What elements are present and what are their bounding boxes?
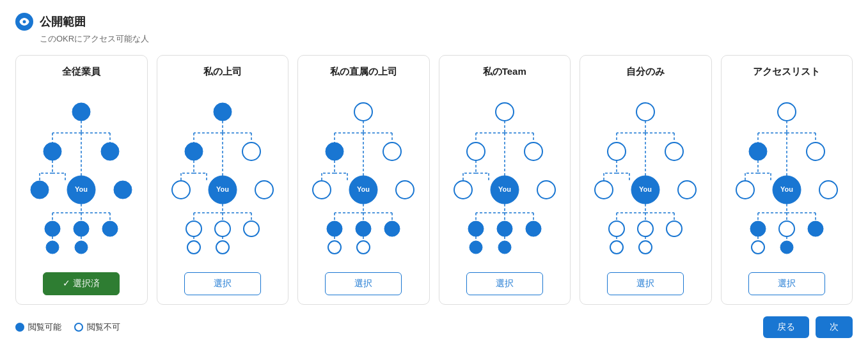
svg-point-135	[608, 143, 626, 160]
select-button-my-boss[interactable]: 選択	[184, 272, 261, 295]
legend-item-empty: 閲覧不可	[74, 321, 120, 333]
footer: 閲覧可能 閲覧不可 戻る 次	[15, 309, 853, 347]
select-button-all-employees[interactable]: ✓ 選択済	[43, 272, 120, 295]
svg-point-71	[326, 143, 343, 160]
svg-point-115	[537, 181, 555, 199]
svg-point-80	[313, 181, 331, 199]
svg-point-168	[807, 143, 825, 160]
svg-point-179	[819, 181, 837, 199]
tree-self-only: You	[591, 86, 700, 263]
tree-my-team: You	[450, 86, 559, 263]
card-access-list: アクセスリスト	[721, 55, 853, 305]
legend-dot-empty	[74, 323, 83, 332]
select-button-self-only[interactable]: 選択	[607, 272, 684, 295]
svg-point-136	[665, 143, 683, 160]
legend-label-filled: 閲覧可能	[28, 321, 61, 333]
svg-point-188	[808, 221, 823, 236]
svg-point-122	[468, 221, 484, 236]
svg-point-128	[498, 241, 511, 254]
svg-point-156	[667, 221, 682, 236]
svg-point-40	[242, 143, 260, 160]
svg-point-60	[244, 221, 259, 236]
svg-point-64	[216, 241, 229, 254]
svg-point-123	[497, 221, 512, 236]
svg-point-16	[31, 181, 49, 199]
svg-point-1	[72, 103, 90, 121]
card-title-my-team: 私のTeam	[483, 66, 526, 78]
legend-item-filled: 閲覧可能	[15, 321, 61, 333]
svg-point-192	[780, 241, 793, 254]
card-title-my-boss: 私の上司	[203, 66, 242, 78]
svg-point-39	[185, 143, 203, 160]
svg-point-59	[215, 221, 230, 236]
svg-text:You: You	[498, 185, 511, 193]
card-title-self-only: 自分のみ	[626, 66, 665, 78]
svg-point-161	[778, 103, 796, 121]
legend: 閲覧可能 閲覧不可	[15, 321, 120, 333]
svg-text:You: You	[357, 185, 370, 193]
svg-point-33	[214, 103, 232, 121]
legend-dot-filled	[15, 323, 24, 332]
svg-point-187	[779, 221, 794, 236]
svg-point-186	[750, 221, 766, 236]
svg-point-155	[638, 221, 653, 236]
page-subtitle: このOKRにアクセス可能な人	[40, 33, 853, 45]
svg-point-90	[327, 221, 342, 236]
svg-point-27	[74, 221, 89, 236]
back-button[interactable]: 戻る	[763, 316, 809, 338]
tree-my-boss: You	[168, 86, 277, 263]
tree-access-list: You	[732, 86, 841, 263]
svg-point-0	[23, 20, 26, 24]
card-title-direct-boss: 私の直属の上司	[330, 66, 397, 78]
select-button-access-list[interactable]: 選択	[748, 272, 825, 295]
card-all-employees: 全従業員	[15, 55, 148, 305]
svg-point-19	[114, 181, 132, 199]
svg-point-91	[356, 221, 371, 236]
svg-point-127	[470, 241, 482, 254]
svg-point-32	[75, 241, 88, 254]
svg-point-92	[384, 221, 400, 236]
eye-icon	[15, 13, 33, 31]
card-my-team: 私のTeam	[439, 55, 571, 305]
svg-point-72	[383, 143, 401, 160]
svg-point-103	[467, 143, 485, 160]
svg-point-8	[101, 143, 119, 160]
svg-text:You: You	[780, 185, 793, 193]
select-button-my-team[interactable]: 選択	[466, 272, 543, 295]
svg-point-129	[636, 103, 654, 121]
svg-point-7	[43, 143, 61, 160]
svg-point-48	[172, 181, 190, 199]
card-self-only: 自分のみ	[580, 55, 712, 305]
cards-container: 全従業員	[15, 55, 853, 305]
svg-point-51	[255, 181, 273, 199]
footer-buttons: 戻る 次	[763, 316, 853, 338]
next-button[interactable]: 次	[816, 316, 853, 338]
svg-point-104	[525, 143, 542, 160]
card-my-boss: 私の上司	[157, 55, 289, 305]
svg-point-83	[396, 181, 414, 199]
card-title-all-employees: 全従業員	[62, 66, 100, 78]
svg-point-124	[526, 221, 541, 236]
svg-text:You: You	[639, 185, 652, 193]
svg-point-26	[45, 221, 60, 236]
svg-point-65	[354, 103, 372, 121]
svg-point-31	[46, 241, 59, 254]
page-container: 公開範囲 このOKRにアクセス可能な人 全従業員	[0, 0, 868, 347]
svg-point-97	[496, 103, 514, 121]
page-header: 公開範囲	[15, 13, 853, 31]
page-title: 公開範囲	[40, 14, 86, 29]
svg-point-191	[752, 241, 764, 254]
card-direct-boss: 私の直属の上司	[297, 55, 430, 305]
legend-label-empty: 閲覧不可	[87, 321, 120, 333]
svg-text:You: You	[75, 185, 88, 193]
svg-point-160	[639, 241, 652, 254]
card-title-access-list: アクセスリスト	[753, 66, 820, 78]
svg-point-63	[187, 241, 200, 254]
svg-point-159	[610, 241, 623, 254]
svg-text:You: You	[216, 185, 229, 193]
svg-point-147	[678, 181, 696, 199]
svg-point-167	[749, 143, 767, 160]
svg-point-144	[595, 181, 613, 199]
select-button-direct-boss[interactable]: 選択	[325, 272, 402, 295]
svg-point-96	[357, 241, 370, 254]
